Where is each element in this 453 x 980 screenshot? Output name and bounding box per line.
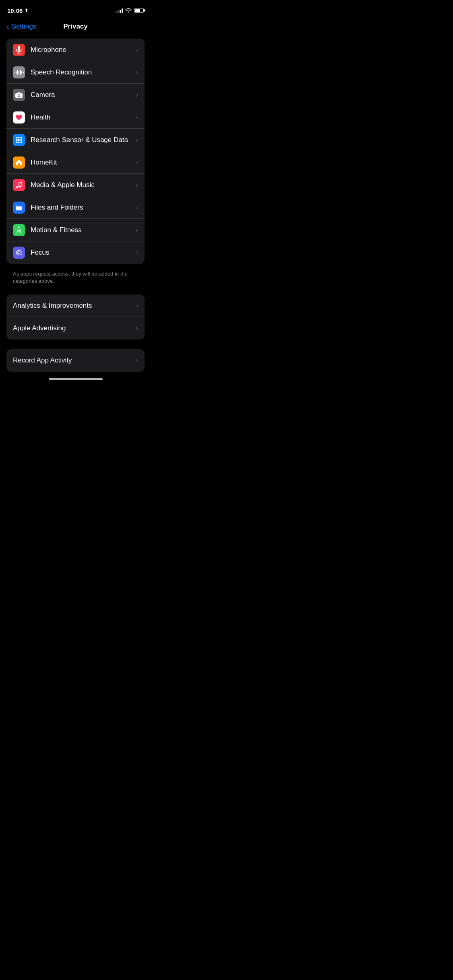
list-item[interactable]: HomeKit › — [6, 151, 145, 174]
chevron-left-icon: ‹ — [6, 23, 9, 31]
speech-recognition-label: Speech Recognition — [31, 68, 133, 76]
media-music-label: Media & Apple Music — [31, 181, 133, 189]
chevron-right-icon: › — [136, 249, 138, 256]
svg-rect-0 — [18, 46, 20, 51]
time-display: 10:06 — [7, 7, 23, 14]
chevron-right-icon: › — [136, 325, 138, 332]
files-folders-label: Files and Folders — [31, 204, 133, 212]
music-app-icon — [13, 179, 25, 191]
list-item[interactable]: Files and Folders › — [6, 196, 145, 219]
speech-recognition-app-icon — [13, 66, 25, 78]
health-label: Health — [31, 113, 133, 121]
location-arrow-icon: ⬆ — [25, 8, 28, 13]
list-item[interactable]: Media & Apple Music › — [6, 174, 145, 196]
wifi-icon — [125, 8, 132, 14]
research-label: Research Sensor & Usage Data — [31, 136, 133, 144]
status-bar: 10:06 ⬆ — [0, 0, 151, 18]
list-item[interactable]: Motion & Fitness › — [6, 219, 145, 241]
list-item[interactable]: Focus › — [6, 241, 145, 264]
health-app-icon — [13, 111, 25, 124]
chevron-right-icon: › — [136, 159, 138, 166]
signal-icon — [116, 8, 123, 13]
homekit-label: HomeKit — [31, 159, 133, 167]
list-item[interactable]: Research Sensor & Usage Data › — [6, 129, 145, 151]
chevron-right-icon: › — [136, 69, 138, 76]
chevron-right-icon: › — [136, 302, 138, 309]
list-item[interactable]: Analytics & Improvements › — [6, 294, 145, 317]
waveform-icon — [14, 70, 24, 75]
record-app-label: Record App Activity — [13, 356, 133, 364]
privacy-settings-group: Microphone › Speech Recognition › — [6, 39, 145, 264]
back-label: Settings — [12, 23, 36, 31]
chevron-right-icon: › — [136, 136, 138, 144]
homekit-app-icon — [13, 156, 25, 169]
svg-rect-6 — [18, 92, 21, 93]
motion-app-icon — [13, 224, 25, 236]
back-button[interactable]: ‹ Settings — [6, 23, 36, 31]
list-item[interactable]: Camera › — [6, 84, 145, 106]
svg-rect-7 — [16, 137, 22, 143]
motion-fitness-label: Motion & Fitness — [31, 226, 133, 234]
analytics-group: Analytics & Improvements › Apple Adverti… — [6, 294, 145, 340]
status-time: 10:06 ⬆ — [7, 7, 28, 14]
focus-app-icon — [13, 247, 25, 259]
home-indicator — [49, 378, 103, 380]
list-item[interactable]: Record App Activity › — [6, 349, 145, 372]
files-app-icon — [13, 202, 25, 214]
battery-icon — [134, 8, 144, 13]
chevron-right-icon: › — [136, 114, 138, 121]
camera-app-icon — [13, 89, 25, 101]
list-item[interactable]: Speech Recognition › — [6, 61, 145, 84]
footer-text: As apps request access, they will be add… — [0, 267, 151, 291]
svg-point-5 — [18, 95, 20, 96]
chevron-right-icon: › — [136, 357, 138, 364]
camera-label: Camera — [31, 91, 133, 99]
record-app-group: Record App Activity › — [6, 349, 145, 372]
analytics-label: Analytics & Improvements — [13, 302, 133, 310]
list-item[interactable]: Health › — [6, 106, 145, 129]
microphone-app-icon — [13, 44, 25, 56]
nav-bar: ‹ Settings Privacy — [0, 18, 151, 35]
list-item[interactable]: Apple Advertising › — [6, 317, 145, 340]
chevron-right-icon: › — [136, 181, 138, 189]
chevron-right-icon: › — [136, 204, 138, 211]
list-item[interactable]: Microphone › — [6, 39, 145, 61]
page-title: Privacy — [63, 23, 88, 31]
chevron-right-icon: › — [136, 46, 138, 54]
status-right — [116, 8, 144, 14]
svg-point-8 — [18, 226, 20, 228]
microphone-label: Microphone — [31, 46, 133, 54]
advertising-label: Apple Advertising — [13, 324, 133, 332]
focus-label: Focus — [31, 249, 133, 257]
research-app-icon — [13, 134, 25, 146]
chevron-right-icon: › — [136, 91, 138, 99]
chevron-right-icon: › — [136, 226, 138, 234]
